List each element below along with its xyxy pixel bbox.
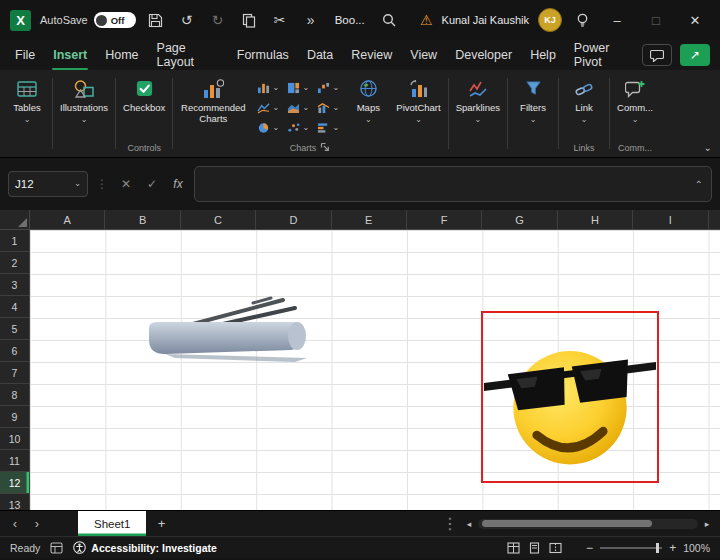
document-title[interactable]: Boo...	[335, 14, 365, 26]
collapse-ribbon-chevron[interactable]: ⌄	[704, 142, 712, 153]
minimize-button[interactable]: –	[602, 6, 632, 34]
menu-tab-formulas[interactable]: Formulas	[228, 40, 298, 70]
zoom-level[interactable]: 100%	[683, 542, 710, 554]
combo-chart-button[interactable]: ⌄	[313, 98, 343, 118]
expand-formula-bar-chevron[interactable]: ⌃	[695, 179, 703, 190]
charts-dialog-launcher-icon[interactable]	[320, 142, 331, 153]
zoom-out-button[interactable]: −	[586, 541, 593, 555]
page-layout-view-icon[interactable]	[528, 542, 541, 554]
user-avatar[interactable]: KJ	[538, 8, 562, 32]
row-header-4[interactable]: 4	[0, 296, 29, 318]
close-button[interactable]: ✕	[680, 6, 710, 34]
maps-button[interactable]: Maps ⌄	[345, 73, 391, 124]
quick-access-overflow-icon[interactable]: »	[300, 9, 322, 31]
normal-view-icon[interactable]	[507, 542, 520, 554]
restore-button[interactable]: □	[641, 6, 671, 34]
menu-tab-review[interactable]: Review	[342, 40, 401, 70]
tables-button[interactable]: Tables ⌄	[4, 73, 50, 124]
waterfall-chart-button[interactable]: ⌄	[313, 78, 343, 98]
menu-tab-file[interactable]: File	[6, 40, 44, 70]
menu-tab-insert[interactable]: Insert	[44, 40, 96, 70]
menu-tab-help[interactable]: Help	[521, 40, 565, 70]
hscroll-track[interactable]	[478, 519, 698, 529]
menu-tab-home[interactable]: Home	[96, 40, 147, 70]
column-header-I[interactable]: I	[633, 210, 708, 229]
macro-record-icon[interactable]	[50, 542, 63, 554]
column-chart-button[interactable]: ⌄	[253, 78, 283, 98]
row-header-12[interactable]: 12	[0, 472, 29, 494]
row-header-10[interactable]: 10	[0, 428, 29, 450]
accessibility-status[interactable]: Accessibility: Investigate	[73, 541, 216, 554]
recommended-charts-button[interactable]: Recommended Charts	[175, 73, 251, 125]
row-header-1[interactable]: 1	[0, 230, 29, 252]
autosave-toggle[interactable]: Off	[94, 12, 136, 28]
share-button[interactable]: ↗	[680, 44, 710, 66]
row-header-9[interactable]: 9	[0, 406, 29, 428]
menu-tab-power-pivot[interactable]: Power Pivot	[565, 40, 642, 70]
hierarchy-chart-button[interactable]: ⌄	[283, 78, 313, 98]
sparklines-button[interactable]: Sparklines ⌄	[451, 73, 505, 124]
excel-app-icon[interactable]: X	[10, 10, 31, 31]
scroll-right-icon[interactable]: ▸	[700, 519, 714, 529]
row-header-6[interactable]: 6	[0, 340, 29, 362]
user-name[interactable]: Kunal Jai Kaushik	[442, 14, 529, 26]
zoom-slider[interactable]	[600, 547, 662, 549]
bar-chart-button[interactable]: ⌄	[313, 118, 343, 138]
hscroll-thumb[interactable]	[482, 520, 652, 527]
column-header-E[interactable]: E	[332, 210, 407, 229]
page-break-preview-icon[interactable]	[549, 542, 562, 554]
save-icon[interactable]	[145, 9, 167, 31]
pivotchart-button[interactable]: PivotChart ⌄	[391, 73, 445, 124]
row-header-13[interactable]: 13	[0, 494, 29, 510]
column-header-B[interactable]: B	[105, 210, 180, 229]
column-header-G[interactable]: G	[482, 210, 557, 229]
illustrations-button[interactable]: Illustrations ⌄	[55, 73, 113, 124]
undo-icon[interactable]: ↺	[176, 9, 198, 31]
redo-icon[interactable]: ↻	[207, 9, 229, 31]
row-header-8[interactable]: 8	[0, 384, 29, 406]
menu-tab-page-layout[interactable]: Page Layout	[148, 40, 228, 70]
column-header-H[interactable]: H	[558, 210, 633, 229]
zoom-slider-thumb[interactable]	[656, 543, 659, 553]
row-header-7[interactable]: 7	[0, 362, 29, 384]
enter-entry-button[interactable]: ✓	[142, 177, 162, 191]
name-box[interactable]: J12 ⌄	[8, 171, 88, 197]
copy-icon[interactable]	[238, 9, 260, 31]
scatter-chart-button[interactable]: ⌄	[283, 118, 313, 138]
menu-tab-view[interactable]: View	[401, 40, 446, 70]
zoom-in-button[interactable]: +	[669, 541, 676, 555]
new-comment-button[interactable]: Comm... ⌄	[612, 73, 658, 124]
3d-model-object[interactable]	[135, 292, 318, 370]
column-header-D[interactable]: D	[256, 210, 331, 229]
pie-chart-button[interactable]: ⌄	[253, 118, 283, 138]
row-header-3[interactable]: 3	[0, 274, 29, 296]
area-chart-button[interactable]: ⌄	[283, 98, 313, 118]
sheet-tab-sheet1[interactable]: Sheet1	[78, 511, 146, 536]
scroll-left-icon[interactable]: ◂	[462, 519, 476, 529]
menu-tab-developer[interactable]: Developer	[446, 40, 521, 70]
search-icon[interactable]	[378, 9, 400, 31]
comments-button[interactable]	[642, 44, 672, 66]
row-header-5[interactable]: 5	[0, 318, 29, 340]
cancel-entry-button[interactable]: ✕	[116, 177, 136, 191]
sheet-nav-left-icon[interactable]: ‹	[6, 516, 24, 531]
checkbox-button[interactable]: Checkbox	[118, 73, 170, 114]
horizontal-scrollbar[interactable]: ◂ ▸	[462, 519, 714, 529]
filters-button[interactable]: Filters ⌄	[510, 73, 556, 124]
line-chart-button[interactable]: ⌄	[253, 98, 283, 118]
insert-function-button[interactable]: fx	[168, 177, 188, 191]
add-sheet-button[interactable]: +	[150, 516, 172, 531]
column-header-A[interactable]: A	[30, 210, 105, 229]
autosave-control[interactable]: AutoSave Off	[40, 12, 136, 28]
selected-image-smiley-sunglasses[interactable]	[481, 311, 659, 483]
column-header-C[interactable]: C	[181, 210, 256, 229]
column-header-F[interactable]: F	[407, 210, 482, 229]
select-all-corner[interactable]	[0, 210, 30, 230]
formula-input[interactable]: ⌃	[194, 166, 712, 202]
alert-warning-icon[interactable]: ⚠	[420, 12, 433, 28]
tabbar-divider-icon[interactable]: ⋮	[442, 514, 458, 533]
link-button[interactable]: Link ⌄	[561, 73, 607, 124]
lightbulb-icon[interactable]	[571, 9, 593, 31]
sheet-nav-right-icon[interactable]: ›	[28, 516, 46, 531]
row-header-11[interactable]: 11	[0, 450, 29, 472]
